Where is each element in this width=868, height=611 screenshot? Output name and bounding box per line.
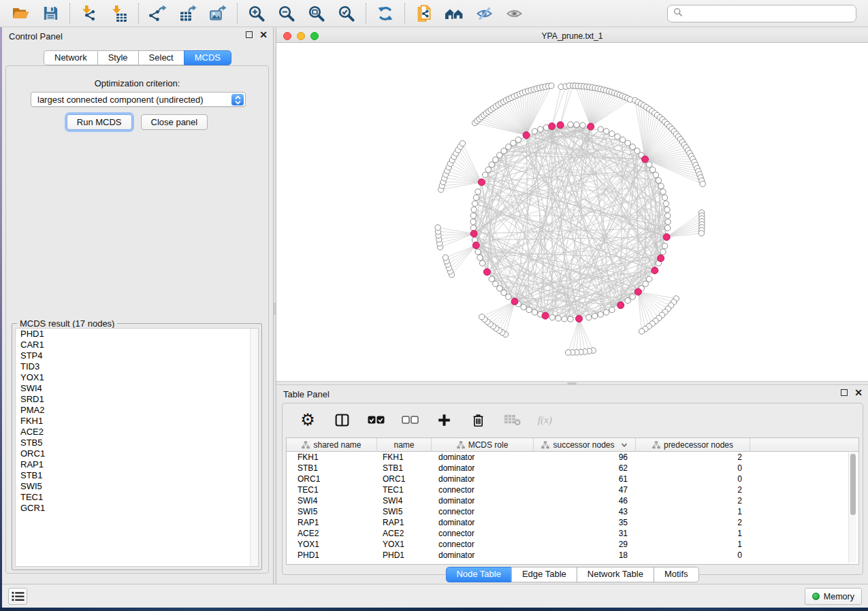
column-header-mcds_role[interactable]: MCDS role [432,438,534,452]
mcds-result-node[interactable]: STB5 [16,437,258,448]
zoom-out-icon[interactable] [276,3,297,24]
search-box[interactable] [667,5,856,22]
table-row[interactable]: ACE2ACE2connector311 [287,528,858,539]
mcds-result-node[interactable]: RAP1 [16,459,258,470]
mcds-result-node[interactable]: FKH1 [16,416,258,427]
cell-successor_nodes: 62 [534,463,636,474]
float-panel-icon[interactable] [841,389,848,396]
cell-name: SWI4 [377,495,432,506]
zoom-in-icon[interactable] [246,3,267,24]
first-neighbors-icon[interactable] [444,3,464,24]
import-table-icon[interactable] [109,3,129,24]
optimization-criterion-dropdown[interactable]: largest connected component (undirected) [31,92,246,107]
mcds-result-node[interactable]: ACE2 [16,427,258,437]
cell-mcds_role: connector [432,528,534,539]
mcds-result-node[interactable]: SRD1 [16,394,258,405]
close-panel-icon[interactable]: ✕ [854,389,863,396]
cell-successor_nodes: 43 [534,506,636,517]
settings-gear-icon[interactable]: ⚙ [299,411,317,429]
desktop-wallpaper-bottom [0,608,868,611]
zoom-selected-icon[interactable] [336,3,357,24]
mcds-result-node[interactable]: PHD1 [16,329,258,340]
network-canvas[interactable] [276,43,868,381]
column-header-predecessor_nodes[interactable]: predecessor nodes [636,438,750,452]
mcds-result-node[interactable]: STP4 [16,350,258,361]
open-file-icon[interactable] [10,3,31,24]
cell-successor_nodes: 47 [534,484,636,495]
cell-predecessor_nodes: 1 [636,539,750,550]
main-toolbar [0,0,868,27]
table-row[interactable]: YOX1YOX1connector291 [287,539,858,550]
run-mcds-button[interactable]: Run MCDS [67,114,132,130]
close-panel-icon[interactable]: ✕ [259,31,268,38]
tab-style[interactable]: Style [97,50,139,65]
mcds-result-node[interactable]: SWI5 [16,481,258,492]
cell-predecessor_nodes: 1 [636,528,750,539]
import-network-icon[interactable] [79,3,99,24]
export-table-icon[interactable] [178,3,198,24]
mcds-result-list[interactable]: PHD1CAR1STP4TID3YOX1SWI4SRD1PMA2FKH1ACE2… [15,328,259,567]
table-row[interactable]: SWI5SWI5connector431 [287,506,858,517]
select-all-icon[interactable] [367,411,385,429]
export-network-icon[interactable] [148,3,168,24]
close-panel-button[interactable]: Close panel [141,114,208,130]
cell-predecessor_nodes: 0 [636,474,750,484]
tab-mcds[interactable]: MCDS [184,50,231,65]
network-from-document-icon[interactable] [414,3,434,24]
table-row[interactable]: TEC1TEC1connector472 [287,484,858,495]
table-tab-node-table[interactable]: Node Table [445,567,512,582]
cell-predecessor_nodes: 2 [636,452,750,463]
memory-button[interactable]: Memory [805,588,862,605]
scrollbar-thumb[interactable] [850,454,856,515]
mcds-result-scrollbar[interactable] [250,329,258,566]
table-row[interactable]: SWI4SWI4dominator462 [287,495,858,506]
split-columns-icon[interactable] [333,411,351,429]
table-row[interactable]: STB1STB1dominator620 [287,463,858,474]
column-header-shared_name[interactable]: shared name [287,438,377,452]
refresh-view-icon[interactable] [375,3,396,24]
column-header-successor_nodes[interactable]: successor nodes [534,438,636,452]
mcds-result-node[interactable]: GCR1 [16,503,258,514]
column-header-name[interactable]: name [377,438,432,452]
task-history-button[interactable] [8,588,27,605]
splitter-grip[interactable] [274,303,276,315]
control-panel-title: Control Panel [9,31,63,42]
save-session-icon[interactable] [40,3,61,24]
mcds-result-node[interactable]: SWI4 [16,383,258,394]
delete-column-icon[interactable] [469,411,487,429]
zoom-fit-icon[interactable] [306,3,327,24]
float-panel-icon[interactable] [246,31,253,38]
network-window-titlebar[interactable]: YPA_prune.txt_1 [276,30,868,43]
table-tab-network-table[interactable]: Network Table [577,567,654,582]
mcds-result-node[interactable]: TID3 [16,361,258,372]
tab-select[interactable]: Select [138,50,184,65]
mcds-result-node[interactable]: YOX1 [16,372,258,383]
cell-shared_name: YOX1 [287,539,377,550]
table-tab-edge-table[interactable]: Edge Table [511,567,577,582]
window-maximize-button[interactable] [310,32,319,40]
splitter-grip[interactable] [567,382,577,384]
mcds-result-node[interactable]: ORC1 [16,448,258,459]
export-image-icon[interactable] [208,3,228,24]
mcds-result-node[interactable]: CAR1 [16,340,258,350]
table-row[interactable]: ORC1ORC1dominator610 [287,474,858,484]
cell-predecessor_nodes: 0 [636,463,750,474]
table-row[interactable]: FKH1FKH1dominator962 [287,452,858,463]
search-input[interactable] [687,9,850,19]
optimization-criterion-label: Optimization criterion: [6,78,268,88]
hide-selected-icon[interactable] [474,3,494,24]
add-column-icon[interactable] [435,411,453,429]
show-all-icon[interactable] [504,3,524,24]
mcds-result-node[interactable]: PMA2 [16,405,258,416]
cell-successor_nodes: 18 [534,550,636,561]
window-close-button[interactable] [283,32,291,40]
mcds-result-node[interactable]: TEC1 [16,492,258,503]
table-row[interactable]: RAP1RAP1dominator352 [287,517,858,528]
deselect-all-icon[interactable] [401,411,419,429]
tab-network[interactable]: Network [44,50,98,65]
table-scrollbar[interactable] [848,452,856,563]
mcds-result-node[interactable]: STB1 [16,470,258,481]
window-minimize-button[interactable] [297,32,305,40]
table-row[interactable]: PHD1PHD1dominator180 [287,550,858,561]
table-tab-motifs[interactable]: Motifs [654,567,699,582]
